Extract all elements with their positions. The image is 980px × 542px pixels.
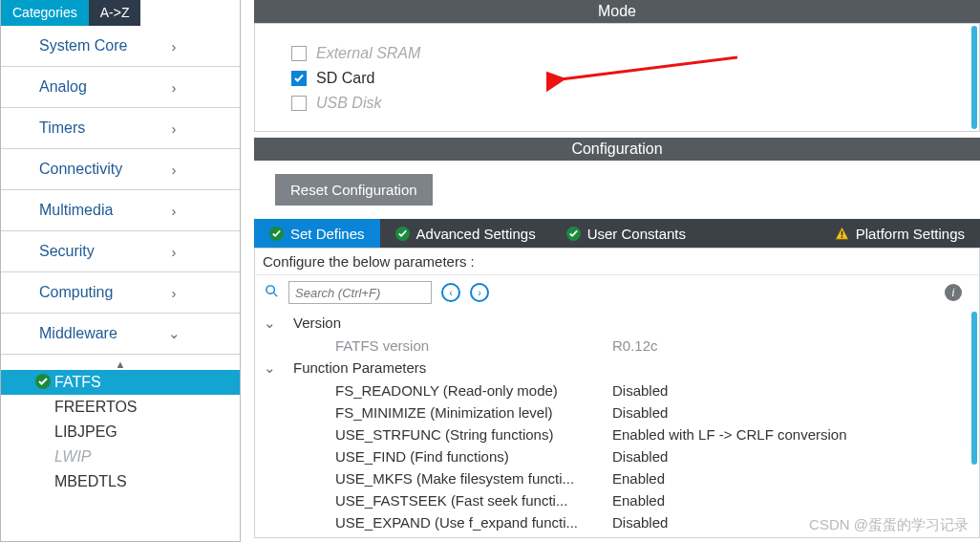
param-label: USE_MKFS (Make filesystem functi...	[278, 470, 612, 487]
scroll-up-icon[interactable]: ▲	[1, 358, 240, 370]
svg-rect-2	[842, 236, 843, 238]
cat-label: Timers	[39, 119, 129, 137]
param-value: Disabled	[612, 382, 975, 399]
param-label: USE_FASTSEEK (Fast seek functi...	[278, 492, 612, 509]
sidebar-tabs: Categories A->Z	[1, 0, 240, 26]
param-label: FATFS version	[278, 337, 612, 354]
tab-a-to-z[interactable]: A->Z	[89, 0, 141, 26]
tab-set-defines[interactable]: Set Defines	[254, 219, 380, 248]
param-use-strfunc[interactable]: USE_STRFUNC (String functions) Enabled w…	[261, 423, 975, 445]
param-use-mkfs[interactable]: USE_MKFS (Make filesystem functi... Enab…	[261, 467, 975, 489]
middleware-item-label: LIBJPEG	[54, 423, 117, 440]
group-label: Function Parameters	[278, 359, 612, 377]
chevron-right-icon: ›	[129, 285, 219, 301]
middleware-item-libjpeg[interactable]: LIBJPEG	[1, 420, 240, 444]
param-use-fastseek[interactable]: USE_FASTSEEK (Fast seek functi... Enable…	[261, 489, 975, 511]
check-ok-icon	[35, 374, 51, 389]
check-ok-icon	[395, 227, 410, 241]
option-label: USB Disk	[316, 95, 381, 112]
cat-label: Multimedia	[39, 202, 129, 219]
param-value: Disabled	[612, 404, 975, 421]
param-value: R0.12c	[612, 337, 975, 354]
cat-analog[interactable]: Analog ›	[1, 67, 240, 108]
middleware-item-mbedtls[interactable]: MBEDTLS	[1, 469, 240, 494]
watermark-text: CSDN @蛋蛋的学习记录	[809, 516, 969, 534]
content-area: Mode External SRAM SD Card USB Disk Conf…	[241, 0, 980, 542]
mode-box: External SRAM SD Card USB Disk	[254, 23, 980, 132]
tab-platform-settings[interactable]: Platform Settings	[820, 219, 980, 248]
checkbox-icon[interactable]	[291, 46, 307, 61]
param-label: FS_MINIMIZE (Minimization level)	[278, 404, 612, 421]
tab-label: Platform Settings	[856, 226, 965, 242]
config-panel-title: Configure the below parameters :	[255, 249, 979, 275]
cat-connectivity[interactable]: Connectivity ›	[1, 149, 240, 190]
param-label: FS_READONLY (Read-only mode)	[278, 382, 612, 399]
cat-multimedia[interactable]: Multimedia ›	[1, 190, 240, 231]
search-row: ‹ › i	[255, 275, 979, 310]
cat-security[interactable]: Security ›	[1, 231, 240, 272]
checkbox-checked-icon[interactable]	[291, 71, 307, 86]
cat-computing[interactable]: Computing ›	[1, 272, 240, 314]
group-function-parameters[interactable]: ⌄ Function Parameters	[261, 357, 975, 379]
tab-label: User Constants	[587, 226, 686, 242]
middleware-item-label: FREERTOS	[54, 399, 138, 415]
param-value: Enabled	[612, 470, 975, 487]
param-label: USE_STRFUNC (String functions)	[278, 426, 612, 443]
param-fatfs-version[interactable]: FATFS version R0.12c	[261, 335, 975, 357]
param-use-find[interactable]: USE_FIND (Find functions) Disabled	[261, 445, 975, 467]
group-version[interactable]: ⌄ Version	[261, 312, 975, 335]
reset-configuration-button[interactable]: Reset Configuration	[275, 174, 433, 206]
cat-label: Computing	[39, 284, 129, 301]
warning-icon	[835, 227, 849, 241]
search-input[interactable]	[288, 281, 432, 304]
tab-categories[interactable]: Categories	[1, 0, 89, 26]
cat-label: Middleware	[39, 325, 129, 342]
check-ok-icon	[269, 227, 284, 241]
middleware-item-freertos[interactable]: FREERTOS	[1, 395, 240, 420]
scrollbar[interactable]	[971, 26, 977, 129]
scrollbar[interactable]	[971, 312, 977, 465]
cat-label: System Core	[39, 37, 129, 54]
param-value: Enabled	[612, 492, 975, 509]
info-icon[interactable]: i	[945, 284, 962, 301]
tab-label: Advanced Settings	[416, 226, 536, 242]
param-label: USE_FIND (Find functions)	[278, 448, 612, 465]
sidebar: Categories A->Z System Core › Analog › T…	[0, 0, 241, 542]
param-value: Disabled	[612, 448, 975, 465]
next-match-button[interactable]: ›	[470, 283, 489, 302]
config-tabs: Set Defines Advanced Settings User Const…	[254, 219, 980, 248]
cat-middleware[interactable]: Middleware ⌄	[1, 314, 240, 355]
parameters-tree: ⌄ Version FATFS version R0.12c ⌄ Functio…	[255, 310, 979, 537]
svg-rect-1	[842, 230, 843, 235]
middleware-item-label: LWIP	[54, 448, 92, 465]
middleware-item-lwip[interactable]: LWIP	[1, 444, 240, 469]
param-value: Enabled with LF -> CRLF conversion	[612, 426, 975, 443]
collapse-icon: ⌄	[261, 314, 278, 332]
middleware-item-fatfs[interactable]: FATFS	[1, 370, 240, 395]
mode-option-usb-disk: USB Disk	[291, 95, 958, 112]
cat-system-core[interactable]: System Core ›	[1, 26, 240, 67]
param-label: USE_EXPAND (Use f_expand functi...	[278, 514, 612, 531]
param-fs-readonly[interactable]: FS_READONLY (Read-only mode) Disabled	[261, 379, 975, 401]
cat-timers[interactable]: Timers ›	[1, 108, 240, 149]
prev-match-button[interactable]: ‹	[441, 283, 460, 302]
chevron-right-icon: ›	[129, 162, 219, 178]
option-label: External SRAM	[316, 45, 420, 62]
param-fs-minimize[interactable]: FS_MINIMIZE (Minimization level) Disable…	[261, 401, 975, 423]
cat-label: Security	[39, 243, 129, 260]
mode-option-sd-card[interactable]: SD Card	[291, 70, 958, 87]
chevron-right-icon: ›	[129, 38, 219, 54]
svg-point-3	[266, 286, 274, 293]
check-ok-icon	[566, 227, 581, 241]
svg-line-4	[273, 293, 277, 296]
cat-label: Connectivity	[39, 161, 129, 178]
tab-user-constants[interactable]: User Constants	[551, 219, 701, 248]
search-icon[interactable]	[265, 284, 279, 301]
chevron-right-icon: ›	[129, 203, 219, 219]
checkbox-icon[interactable]	[291, 96, 307, 111]
mode-header: Mode	[254, 0, 980, 23]
middleware-item-label: MBEDTLS	[54, 473, 127, 489]
chevron-down-icon: ⌄	[129, 325, 219, 342]
option-label: SD Card	[316, 70, 374, 87]
tab-advanced-settings[interactable]: Advanced Settings	[380, 219, 551, 248]
